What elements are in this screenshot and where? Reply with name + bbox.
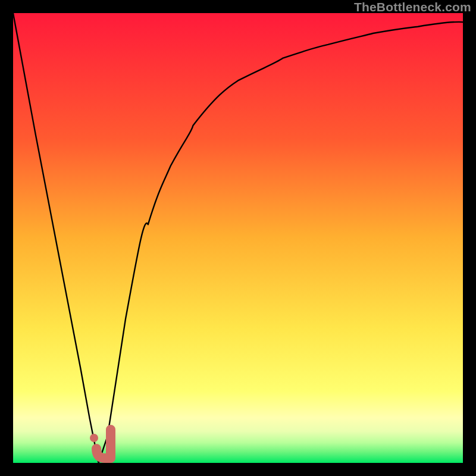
bottleneck-curve-line: [13, 13, 463, 463]
chart-plot-area: [13, 13, 463, 463]
svg-point-1: [90, 434, 98, 442]
chart-svg: [13, 13, 463, 463]
watermark-text: TheBottleneck.com: [354, 0, 471, 14]
chart-frame: TheBottleneck.com: [0, 0, 476, 476]
